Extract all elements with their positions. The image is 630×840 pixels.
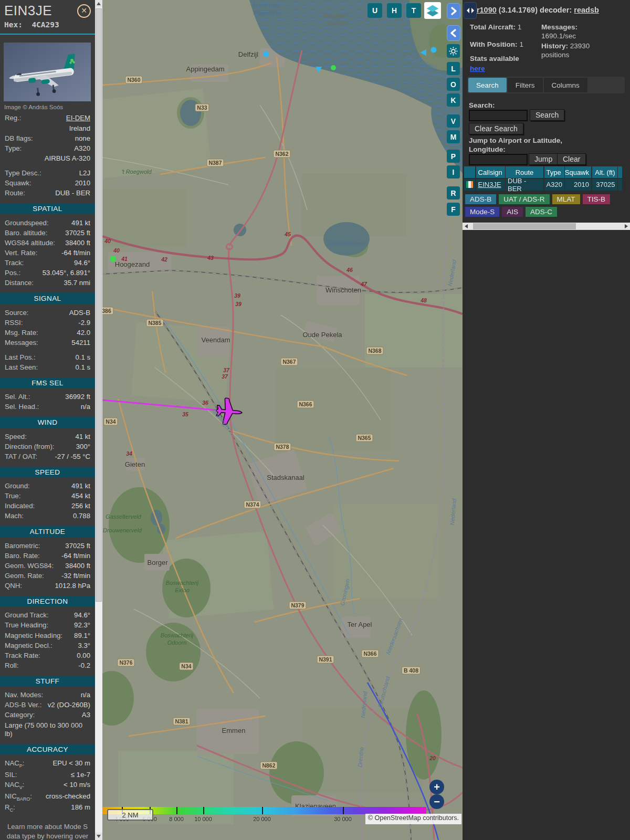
scrollbar-thumb[interactable] (96, 8, 102, 602)
map-button-p[interactable]: P (447, 150, 460, 163)
source-chip-ads-b[interactable]: ADS-B (465, 194, 496, 204)
stats-here-link[interactable]: here (470, 65, 485, 72)
data-value: -2.9 (78, 319, 90, 327)
jump-clear-button[interactable]: Clear (557, 153, 586, 165)
column-header[interactable]: Type (544, 166, 564, 178)
map-button-l[interactable]: L (447, 62, 460, 75)
source-chip-ads-c[interactable]: ADS-C (526, 207, 557, 217)
map-button-h[interactable]: H (387, 3, 402, 18)
aircraft-list-panel: tar1090 (3.14.1769) decoder: readsb Tota… (463, 0, 630, 840)
settings-button[interactable] (447, 44, 460, 58)
vessel-dot-marker[interactable] (264, 51, 269, 57)
data-value: A3 (82, 711, 90, 719)
tab-filters[interactable]: Filters (508, 78, 543, 92)
column-header[interactable]: Callsign (476, 166, 505, 178)
registration-link[interactable]: EI-DEM (66, 114, 90, 122)
data-value: 89.1° (74, 632, 90, 640)
map-scale: 2 NM (107, 809, 153, 821)
aircraft-photo[interactable] (4, 43, 91, 101)
data-row: Last Pos.:0.1 s (0, 353, 95, 363)
data-value: 35.7 nmi (64, 279, 90, 287)
history-positions: History: 23930 positions (541, 42, 599, 60)
data-row: Geom. Rate:-32 ft/min (0, 571, 95, 581)
zoom-in-button[interactable]: + (429, 780, 444, 794)
data-label: Track Rate: (5, 652, 40, 660)
map-button-o[interactable]: O (447, 78, 460, 91)
vessel-arrow-marker[interactable] (316, 67, 322, 73)
data-label: WGS84 altitude: (5, 239, 55, 247)
sidebar-scrollbar[interactable] (95, 0, 102, 840)
column-header[interactable] (464, 166, 475, 178)
data-row: Barometric:37025 ft (0, 541, 95, 551)
source-chip-tis-b[interactable]: TIS-B (583, 194, 611, 204)
map-button-u[interactable]: U (368, 3, 382, 18)
search-input[interactable] (469, 110, 528, 121)
data-value: 42.0 (77, 329, 90, 337)
data-label: ADS-B Ver.: (5, 701, 41, 709)
zoom-out-button[interactable]: − (429, 794, 444, 809)
data-value: -0.2 (78, 662, 90, 670)
callsign-link[interactable]: EIN3JE (478, 181, 501, 188)
info-value: A320 (74, 144, 90, 153)
legend-label: 30 000 (334, 816, 352, 822)
readsb-link[interactable]: readsb (574, 6, 599, 14)
map-canvas (102, 0, 463, 840)
map-button-t[interactable]: T (406, 3, 421, 18)
close-icon[interactable]: ✕ (77, 4, 91, 18)
source-chip-mlat[interactable]: MLAT (552, 194, 580, 204)
jump-input[interactable] (469, 154, 528, 165)
scroll-up-icon[interactable] (95, 0, 102, 7)
source-chip-ais[interactable]: AIS (502, 207, 523, 217)
scroll-down-icon[interactable] (95, 833, 102, 840)
panel-width-toggle[interactable] (464, 2, 477, 19)
data-value: 0.00 (77, 652, 90, 660)
legend-tick (176, 807, 177, 814)
data-value: -27 / -55 °C (55, 453, 90, 461)
source-chip-mode-s[interactable]: Mode-S (465, 207, 499, 217)
section-header-fms-sel: FMS SEL (0, 377, 95, 388)
data-label: RC: (5, 803, 15, 813)
route-cell: DUB - BER (506, 179, 543, 191)
gear-icon (449, 47, 458, 56)
hscroll-thumb[interactable] (473, 223, 576, 229)
legend-label: 10 000 (194, 816, 212, 822)
search-button[interactable]: Search (530, 109, 564, 121)
map-button-m[interactable]: M (447, 130, 460, 143)
collapse-left-button[interactable] (447, 25, 460, 41)
map-button-f[interactable]: F (447, 203, 460, 216)
callsign-cell: EIN3JE (476, 179, 505, 191)
data-row: Magnetic Heading:89.1° (0, 631, 95, 640)
scroll-left-icon[interactable] (465, 224, 468, 228)
expand-right-button[interactable] (447, 3, 460, 19)
tab-search[interactable]: Search (468, 78, 507, 92)
jump-button[interactable]: Jump (529, 153, 558, 165)
scroll-right-icon[interactable] (625, 224, 628, 228)
table-horizontal-scrollbar[interactable] (463, 223, 630, 230)
data-value: 53.045°, 6.891° (43, 269, 90, 277)
layers-button[interactable] (424, 2, 441, 19)
data-value: 37025 ft (65, 542, 90, 550)
map[interactable]: DelfzijlAppingedamHoogezandWinschotenVee… (102, 0, 463, 840)
divider (0, 34, 95, 35)
map-button-v[interactable]: V (447, 114, 460, 128)
map-button-r[interactable]: R (447, 186, 460, 200)
vessel-arrow-marker[interactable] (420, 49, 426, 56)
type-cell: A320 (544, 179, 564, 191)
source-chip-uat-ads-r[interactable]: UAT / ADS-R (499, 194, 549, 204)
map-button-i[interactable]: I (447, 165, 460, 178)
vessel-dot-marker[interactable] (331, 65, 336, 70)
clear-search-button[interactable]: Clear Search (469, 123, 523, 134)
tab-columns[interactable]: Columns (544, 78, 587, 92)
column-header[interactable]: Alt. (ft) (592, 166, 617, 178)
data-label: Distance: (5, 279, 34, 287)
vessel-dot-marker[interactable] (431, 47, 437, 53)
map-button-k[interactable]: K (447, 93, 460, 107)
data-label: Magnetic Decl.: (5, 642, 52, 650)
data-label: Sel. Alt.: (5, 393, 30, 401)
vessel-dot-marker[interactable] (110, 256, 116, 262)
data-label: QNH: (5, 582, 22, 590)
column-header[interactable]: Squawk (565, 166, 591, 178)
table-row[interactable]: EIN3JEDUB - BERA320201037025 (464, 179, 630, 191)
info-label: Type: (5, 144, 22, 153)
data-row: Track:94.6° (0, 258, 95, 268)
